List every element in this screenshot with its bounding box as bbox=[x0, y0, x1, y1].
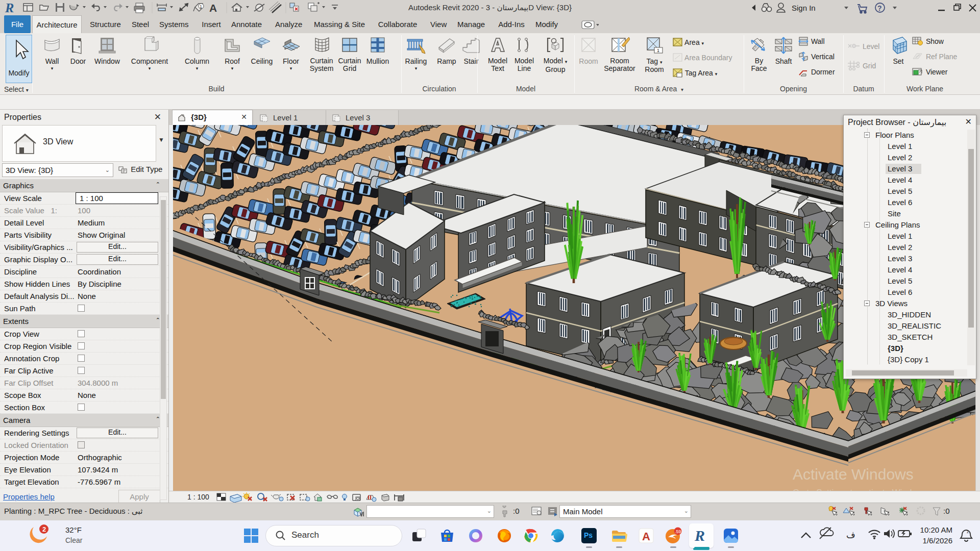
svg-text:.59: .59 bbox=[675, 529, 681, 534]
svg-text:Activate Windows: Activate Windows bbox=[793, 466, 914, 483]
svg-text:z: z bbox=[967, 529, 969, 534]
svg-text:A: A bbox=[642, 530, 650, 543]
svg-text:ف: ف bbox=[846, 530, 855, 540]
svg-text:1: 1 bbox=[657, 48, 659, 53]
svg-text:2: 2 bbox=[42, 525, 46, 533]
svg-text:R: R bbox=[694, 527, 705, 544]
